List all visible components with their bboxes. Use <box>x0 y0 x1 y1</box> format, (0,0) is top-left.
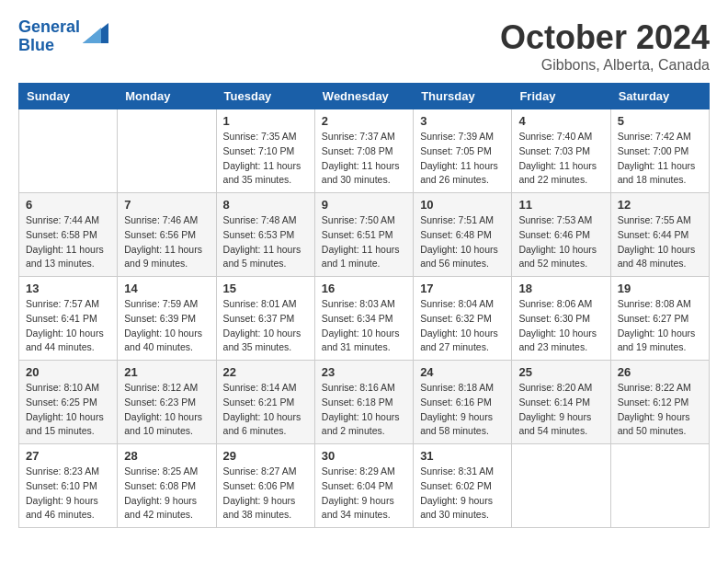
calendar-cell <box>610 444 709 528</box>
day-number: 5 <box>618 114 702 128</box>
day-header-saturday: Saturday <box>610 84 709 109</box>
calendar-cell: 22Sunrise: 8:14 AM Sunset: 6:21 PM Dayli… <box>216 361 314 444</box>
day-number: 20 <box>26 365 110 379</box>
calendar-cell: 21Sunrise: 8:12 AM Sunset: 6:23 PM Dayli… <box>118 361 216 444</box>
day-number: 18 <box>518 282 603 295</box>
calendar-cell: 16Sunrise: 8:03 AM Sunset: 6:34 PM Dayli… <box>314 277 413 361</box>
day-number: 15 <box>223 282 308 295</box>
day-info: Sunrise: 8:27 AM Sunset: 6:06 PM Dayligh… <box>223 465 308 523</box>
calendar-cell: 18Sunrise: 8:06 AM Sunset: 6:30 PM Dayli… <box>512 277 610 361</box>
calendar-cell: 19Sunrise: 8:08 AM Sunset: 6:27 PM Dayli… <box>610 277 709 361</box>
day-number: 17 <box>420 282 505 295</box>
calendar-week-row: 6Sunrise: 7:44 AM Sunset: 6:58 PM Daylig… <box>19 193 710 277</box>
calendar-cell: 10Sunrise: 7:51 AM Sunset: 6:48 PM Dayli… <box>414 193 512 277</box>
day-number: 28 <box>124 449 209 463</box>
day-info: Sunrise: 8:06 AM Sunset: 6:30 PM Dayligh… <box>518 297 603 355</box>
day-info: Sunrise: 8:03 AM Sunset: 6:34 PM Dayligh… <box>322 297 406 355</box>
calendar-cell: 28Sunrise: 8:25 AM Sunset: 6:08 PM Dayli… <box>118 444 216 528</box>
day-info: Sunrise: 7:35 AM Sunset: 7:10 PM Dayligh… <box>223 130 308 188</box>
day-info: Sunrise: 8:04 AM Sunset: 6:32 PM Dayligh… <box>420 297 505 355</box>
calendar-cell: 25Sunrise: 8:20 AM Sunset: 6:14 PM Dayli… <box>512 361 610 444</box>
header: GeneralBlue October 2024 Gibbons, Albert… <box>18 18 710 74</box>
day-number: 26 <box>618 365 702 379</box>
calendar-cell: 27Sunrise: 8:23 AM Sunset: 6:10 PM Dayli… <box>19 444 118 528</box>
calendar-cell: 9Sunrise: 7:50 AM Sunset: 6:51 PM Daylig… <box>314 193 413 277</box>
day-info: Sunrise: 8:12 AM Sunset: 6:23 PM Dayligh… <box>124 381 209 439</box>
calendar-cell: 8Sunrise: 7:48 AM Sunset: 6:53 PM Daylig… <box>216 193 314 277</box>
day-info: Sunrise: 8:31 AM Sunset: 6:02 PM Dayligh… <box>420 465 505 523</box>
day-info: Sunrise: 7:42 AM Sunset: 7:00 PM Dayligh… <box>618 130 702 188</box>
calendar: SundayMondayTuesdayWednesdayThursdayFrid… <box>18 83 710 528</box>
day-number: 27 <box>26 449 110 463</box>
day-info: Sunrise: 8:08 AM Sunset: 6:27 PM Dayligh… <box>618 297 702 355</box>
day-number: 21 <box>124 365 209 379</box>
day-header-friday: Friday <box>512 84 610 109</box>
calendar-week-row: 20Sunrise: 8:10 AM Sunset: 6:25 PM Dayli… <box>19 361 710 444</box>
calendar-cell: 4Sunrise: 7:40 AM Sunset: 7:03 PM Daylig… <box>512 109 610 193</box>
day-info: Sunrise: 8:01 AM Sunset: 6:37 PM Dayligh… <box>223 297 308 355</box>
day-number: 14 <box>124 282 209 295</box>
day-info: Sunrise: 7:51 AM Sunset: 6:48 PM Dayligh… <box>420 213 505 271</box>
calendar-cell: 13Sunrise: 7:57 AM Sunset: 6:41 PM Dayli… <box>19 277 118 361</box>
calendar-cell <box>118 109 216 193</box>
day-header-monday: Monday <box>118 84 216 109</box>
day-number: 30 <box>322 449 406 463</box>
day-info: Sunrise: 8:16 AM Sunset: 6:18 PM Dayligh… <box>322 381 406 439</box>
day-info: Sunrise: 7:53 AM Sunset: 6:46 PM Dayligh… <box>518 213 603 271</box>
calendar-cell: 1Sunrise: 7:35 AM Sunset: 7:10 PM Daylig… <box>216 109 314 193</box>
month-title: October 2024 <box>500 18 710 57</box>
day-number: 29 <box>223 449 308 463</box>
day-number: 11 <box>518 198 603 212</box>
day-header-sunday: Sunday <box>19 84 118 109</box>
day-info: Sunrise: 8:29 AM Sunset: 6:04 PM Dayligh… <box>322 465 406 523</box>
day-number: 6 <box>26 198 110 212</box>
day-number: 23 <box>322 365 406 379</box>
day-info: Sunrise: 7:55 AM Sunset: 6:44 PM Dayligh… <box>618 213 702 271</box>
day-number: 19 <box>618 282 702 295</box>
day-number: 10 <box>420 198 505 212</box>
calendar-week-row: 13Sunrise: 7:57 AM Sunset: 6:41 PM Dayli… <box>19 277 710 361</box>
calendar-cell: 23Sunrise: 8:16 AM Sunset: 6:18 PM Dayli… <box>314 361 413 444</box>
calendar-cell: 14Sunrise: 7:59 AM Sunset: 6:39 PM Dayli… <box>118 277 216 361</box>
calendar-cell: 12Sunrise: 7:55 AM Sunset: 6:44 PM Dayli… <box>610 193 709 277</box>
calendar-cell: 29Sunrise: 8:27 AM Sunset: 6:06 PM Dayli… <box>216 444 314 528</box>
calendar-cell: 6Sunrise: 7:44 AM Sunset: 6:58 PM Daylig… <box>19 193 118 277</box>
day-header-thursday: Thursday <box>414 84 512 109</box>
calendar-week-row: 1Sunrise: 7:35 AM Sunset: 7:10 PM Daylig… <box>19 109 710 193</box>
calendar-cell: 11Sunrise: 7:53 AM Sunset: 6:46 PM Dayli… <box>512 193 610 277</box>
calendar-header-row: SundayMondayTuesdayWednesdayThursdayFrid… <box>19 84 710 109</box>
day-number: 4 <box>518 114 603 128</box>
day-number: 24 <box>420 365 505 379</box>
day-number: 25 <box>518 365 603 379</box>
calendar-week-row: 27Sunrise: 8:23 AM Sunset: 6:10 PM Dayli… <box>19 444 710 528</box>
day-info: Sunrise: 8:18 AM Sunset: 6:16 PM Dayligh… <box>420 381 505 439</box>
location-title: Gibbons, Alberta, Canada <box>500 57 710 74</box>
day-number: 9 <box>322 198 406 212</box>
day-info: Sunrise: 7:44 AM Sunset: 6:58 PM Dayligh… <box>26 213 110 271</box>
calendar-cell: 3Sunrise: 7:39 AM Sunset: 7:05 PM Daylig… <box>414 109 512 193</box>
title-section: October 2024 Gibbons, Alberta, Canada <box>500 18 710 74</box>
calendar-cell: 30Sunrise: 8:29 AM Sunset: 6:04 PM Dayli… <box>314 444 413 528</box>
day-number: 22 <box>223 365 308 379</box>
day-info: Sunrise: 7:50 AM Sunset: 6:51 PM Dayligh… <box>322 213 406 271</box>
calendar-cell: 26Sunrise: 8:22 AM Sunset: 6:12 PM Dayli… <box>610 361 709 444</box>
calendar-cell: 5Sunrise: 7:42 AM Sunset: 7:00 PM Daylig… <box>610 109 709 193</box>
day-info: Sunrise: 7:57 AM Sunset: 6:41 PM Dayligh… <box>26 297 110 355</box>
calendar-cell: 15Sunrise: 8:01 AM Sunset: 6:37 PM Dayli… <box>216 277 314 361</box>
day-info: Sunrise: 8:14 AM Sunset: 6:21 PM Dayligh… <box>223 381 308 439</box>
day-header-tuesday: Tuesday <box>216 84 314 109</box>
calendar-cell: 2Sunrise: 7:37 AM Sunset: 7:08 PM Daylig… <box>314 109 413 193</box>
calendar-cell <box>19 109 118 193</box>
calendar-cell: 20Sunrise: 8:10 AM Sunset: 6:25 PM Dayli… <box>19 361 118 444</box>
calendar-cell: 7Sunrise: 7:46 AM Sunset: 6:56 PM Daylig… <box>118 193 216 277</box>
day-info: Sunrise: 7:39 AM Sunset: 7:05 PM Dayligh… <box>420 130 505 188</box>
day-number: 8 <box>223 198 308 212</box>
day-info: Sunrise: 7:59 AM Sunset: 6:39 PM Dayligh… <box>124 297 209 355</box>
logo: GeneralBlue <box>18 18 108 55</box>
day-number: 3 <box>420 114 505 128</box>
day-info: Sunrise: 8:23 AM Sunset: 6:10 PM Dayligh… <box>26 465 110 523</box>
day-info: Sunrise: 8:25 AM Sunset: 6:08 PM Dayligh… <box>124 465 209 523</box>
day-number: 31 <box>420 449 505 463</box>
day-number: 1 <box>223 114 308 128</box>
svg-marker-1 <box>83 28 101 43</box>
